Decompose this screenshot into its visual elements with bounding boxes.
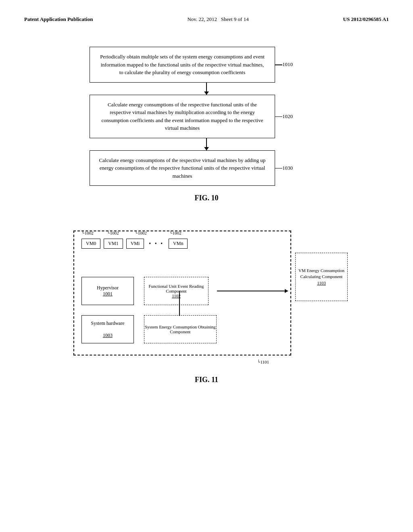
arrow-1020-to-1030	[206, 138, 207, 150]
step-1020-wrapper: Calculate energy consumptions of the res…	[90, 95, 323, 138]
vm-box-1: VM1	[104, 239, 123, 249]
fig11-diagram: └1002 └1002 └1002 └1002 VM0 VM1 VMi • • …	[65, 214, 348, 368]
fig11-section: └1002 └1002 └1002 └1002 VM0 VM1 VMi • • …	[24, 214, 389, 384]
page: Patent Application Publication Nov. 22, …	[0, 0, 413, 532]
hypervisor-box: Hypervisor 1001	[81, 277, 134, 305]
fuerc-label: Functional Unit Event Reading Component	[144, 284, 208, 293]
header-left: Patent Application Publication	[24, 16, 93, 23]
step-1030-wrapper: Calculate energy consumptions of the res…	[90, 150, 323, 186]
arrow-to-vm-energy	[217, 291, 288, 291]
header-sheet: Sheet 9 of 14	[221, 16, 249, 22]
vert-connect-line	[179, 291, 180, 316]
step-1010-wrapper: Periodically obtain multiple sets of the…	[90, 47, 323, 83]
arrow-1010-to-1020	[206, 83, 207, 95]
ref-1101: └1101	[257, 360, 269, 364]
fig10-label: FIG. 10	[194, 194, 218, 202]
vm-row: VM0 VM1 VMi • • • VMn	[81, 239, 188, 249]
vm-box-n: VMn	[169, 239, 188, 249]
fuerc-box: Functional Unit Event Reading Component …	[144, 277, 209, 305]
fig11-label: FIG. 11	[195, 376, 218, 384]
header-right: US 2012/0296585 A1	[343, 16, 389, 23]
step-1030-label: 1030	[282, 165, 293, 171]
vm-energy-box: VM Energy Consumption Calculating Compon…	[295, 253, 348, 301]
vm-energy-ref: 1103	[317, 280, 326, 286]
dots: • • •	[149, 241, 164, 247]
hypervisor-label: Hypervisor	[97, 285, 119, 291]
syshard-ref: 1003	[103, 332, 113, 339]
step-1020-label: 1020	[282, 113, 293, 120]
hypervisor-ref: 1001	[103, 291, 113, 297]
step-1030-box: Calculate energy consumptions of the res…	[90, 150, 275, 186]
step-1010-box: Periodically obtain multiple sets of the…	[90, 47, 275, 83]
vm-energy-label: VM Energy Consumption Calculating Compon…	[296, 268, 347, 280]
header-date: Nov. 22, 2012	[187, 16, 217, 22]
syshard-label: System hardware	[91, 320, 125, 326]
step-1010-label: 1010	[282, 61, 293, 68]
step-1020-box: Calculate energy consumptions of the res…	[90, 95, 275, 138]
syshard-box: System hardware 1003	[81, 315, 134, 343]
seoc-label: System Energy Consumption Obtaining Comp…	[144, 324, 216, 334]
vm-box-2: VMi	[126, 239, 144, 249]
vm-box-0: VM0	[81, 239, 100, 249]
fig10-flowchart: Periodically obtain multiple sets of the…	[90, 47, 323, 186]
header: Patent Application Publication Nov. 22, …	[24, 16, 389, 23]
seoc-box: System Energy Consumption Obtaining Comp…	[144, 315, 217, 343]
header-center: Nov. 22, 2012 Sheet 9 of 14	[187, 16, 248, 23]
fig10-section: Periodically obtain multiple sets of the…	[24, 47, 389, 202]
